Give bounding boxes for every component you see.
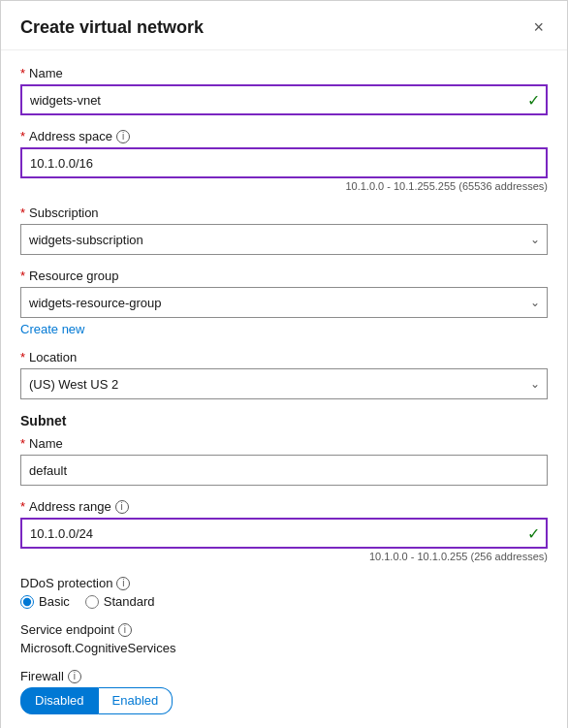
firewall-label: Firewall i xyxy=(20,669,548,683)
name-field-group: * Name ✓ xyxy=(20,66,548,115)
dialog-title: Create virtual network xyxy=(20,17,204,38)
ddos-basic-option[interactable]: Basic xyxy=(20,594,70,609)
dialog-body: * Name ✓ * Address space i 10.1.0.0 - 10… xyxy=(1,50,567,728)
create-new-resource-group-link[interactable]: Create new xyxy=(20,322,84,336)
firewall-field-group: Firewall i Disabled Enabled xyxy=(20,669,548,714)
ddos-standard-radio[interactable] xyxy=(85,595,99,609)
address-range-hint: 10.1.0.0 - 10.1.0.255 (256 addresses) xyxy=(20,551,548,562)
name-label-text: Name xyxy=(29,66,63,80)
ddos-basic-radio[interactable] xyxy=(20,595,34,609)
subscription-label-text: Subscription xyxy=(29,206,99,220)
subscription-field-group: * Subscription widgets-subscription ⌄ xyxy=(20,206,548,255)
ddos-protection-field-group: DDoS protection i Basic Standard xyxy=(20,576,548,609)
subnet-name-input[interactable] xyxy=(20,455,548,486)
subnet-name-label-text: Name xyxy=(29,436,63,451)
firewall-info-icon: i xyxy=(68,670,81,683)
address-space-info-icon: i xyxy=(116,130,130,143)
resource-group-select-wrapper: widgets-resource-group ⌄ xyxy=(20,287,548,318)
address-range-input-wrapper: ✓ xyxy=(20,518,548,549)
subscription-select[interactable]: widgets-subscription xyxy=(20,224,548,255)
address-range-required-star: * xyxy=(20,499,25,514)
service-endpoint-info-icon: i xyxy=(118,623,132,637)
close-button[interactable]: × xyxy=(529,16,548,38)
address-space-required-star: * xyxy=(20,129,25,143)
address-range-field-group: * Address range i ✓ 10.1.0.0 - 10.1.0.25… xyxy=(20,499,548,562)
firewall-toggle-group: Disabled Enabled xyxy=(20,687,548,714)
ddos-standard-option[interactable]: Standard xyxy=(85,594,155,609)
location-label: * Location xyxy=(20,350,548,364)
resource-group-label: * Resource group xyxy=(20,269,548,283)
name-required-star: * xyxy=(20,66,25,80)
firewall-disabled-button[interactable]: Disabled xyxy=(20,687,99,714)
ddos-basic-label: Basic xyxy=(39,594,70,609)
service-endpoint-label: Service endpoint i xyxy=(20,622,548,637)
subscription-select-wrapper: widgets-subscription ⌄ xyxy=(20,224,548,255)
firewall-enabled-button[interactable]: Enabled xyxy=(99,687,174,714)
subscription-required-star: * xyxy=(20,206,25,220)
subscription-label: * Subscription xyxy=(20,206,548,220)
dialog-header: Create virtual network × xyxy=(1,1,567,50)
address-space-label-text: Address space xyxy=(29,129,112,143)
ddos-protection-label-text: DDoS protection xyxy=(20,576,112,590)
service-endpoint-label-text: Service endpoint xyxy=(20,622,114,637)
ddos-protection-info-icon: i xyxy=(116,577,130,590)
firewall-label-text: Firewall xyxy=(20,669,64,683)
address-space-field-group: * Address space i 10.1.0.0 - 10.1.255.25… xyxy=(20,129,548,192)
create-virtual-network-dialog: Create virtual network × * Name ✓ * Addr… xyxy=(0,0,568,728)
ddos-standard-label: Standard xyxy=(104,594,155,609)
location-select[interactable]: (US) West US 2 xyxy=(20,368,548,399)
location-select-wrapper: (US) West US 2 ⌄ xyxy=(20,368,548,399)
address-range-input[interactable] xyxy=(20,518,548,549)
location-required-star: * xyxy=(20,350,25,364)
ddos-protection-radio-group: Basic Standard xyxy=(20,594,548,609)
subnet-name-required-star: * xyxy=(20,436,25,451)
subnet-name-label: * Name xyxy=(20,436,548,451)
address-space-label: * Address space i xyxy=(20,129,548,143)
name-input-wrapper: ✓ xyxy=(20,84,548,115)
address-space-input-wrapper xyxy=(20,147,548,178)
address-range-label-text: Address range xyxy=(29,499,111,514)
name-input[interactable] xyxy=(20,84,548,115)
resource-group-required-star: * xyxy=(20,269,25,283)
name-label: * Name xyxy=(20,66,548,80)
service-endpoint-value: Microsoft.CognitiveServices xyxy=(20,641,548,655)
subnet-section-title: Subnet xyxy=(20,413,548,428)
address-space-hint: 10.1.0.0 - 10.1.255.255 (65536 addresses… xyxy=(20,180,548,192)
name-check-icon: ✓ xyxy=(527,91,540,110)
address-range-check-icon: ✓ xyxy=(527,524,540,543)
ddos-protection-label: DDoS protection i xyxy=(20,576,548,590)
resource-group-select[interactable]: widgets-resource-group xyxy=(20,287,548,318)
resource-group-field-group: * Resource group widgets-resource-group … xyxy=(20,269,548,336)
subnet-name-field-group: * Name xyxy=(20,436,548,486)
service-endpoint-field-group: Service endpoint i Microsoft.CognitiveSe… xyxy=(20,622,548,655)
location-label-text: Location xyxy=(29,350,77,364)
address-range-label: * Address range i xyxy=(20,499,548,514)
address-space-input[interactable] xyxy=(20,147,548,178)
resource-group-label-text: Resource group xyxy=(29,269,119,283)
address-range-info-icon: i xyxy=(115,500,129,514)
location-field-group: * Location (US) West US 2 ⌄ xyxy=(20,350,548,399)
